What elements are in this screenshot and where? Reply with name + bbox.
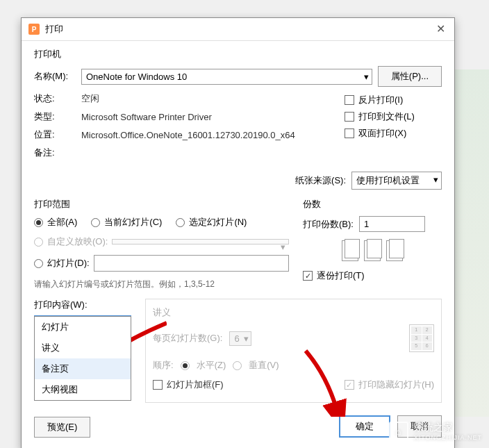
range-selected-radio[interactable] [176, 218, 185, 227]
order-horizontal-label: 水平(Z) [197, 359, 226, 372]
watermark-name: 系统之家 [414, 422, 453, 433]
custom-show-select [112, 239, 289, 244]
hidden-label: 打印隐藏幻灯片(H) [358, 379, 434, 391]
app-icon: P [28, 24, 40, 35]
print-to-file-checkbox[interactable] [345, 112, 354, 122]
dropdown-item-outline[interactable]: 大纲视图 [35, 379, 131, 400]
layout-preview-icon: 123456 [409, 324, 434, 352]
range-slides-label: 幻灯片(D): [47, 257, 90, 269]
range-hint: 请输入幻灯片编号或幻灯片范围。例如，1,3,5-12 [34, 279, 289, 290]
print-content-dropdown: 幻灯片 讲义 备注页 大纲视图 [34, 316, 131, 401]
watermark-url: XITONGZHIJIA.NET [414, 434, 482, 441]
hidden-checkbox [345, 380, 354, 390]
name-label: 名称(M): [34, 70, 76, 83]
dialog-title: 打印 [45, 23, 63, 35]
order-horizontal-radio [181, 361, 190, 370]
printer-section-label: 打印机 [34, 48, 442, 60]
range-custom-label: 自定义放映(O): [47, 235, 108, 248]
copies-title: 份数 [303, 198, 442, 210]
properties-button[interactable]: 属性(P)... [378, 66, 442, 87]
duplex-label: 双面打印(X) [358, 127, 406, 140]
close-icon[interactable]: ✕ [433, 22, 447, 36]
dropdown-item-slides[interactable]: 幻灯片 [35, 317, 131, 338]
frame-label: 幻灯片加框(F) [167, 379, 224, 391]
range-title: 打印范围 [34, 198, 289, 210]
print-content-label: 打印内容(W): [34, 299, 131, 311]
order-vertical-label: 垂直(V) [249, 359, 279, 372]
range-custom-radio [34, 238, 43, 247]
copies-input[interactable] [359, 216, 425, 232]
order-vertical-radio [233, 361, 242, 370]
frame-checkbox[interactable] [153, 380, 163, 390]
copies-count-label: 打印份数(B): [303, 218, 354, 231]
handout-panel: 讲义 每页幻灯片数(G): 6 123456 顺序: 水平(Z) 垂直(V) 幻… [145, 299, 442, 403]
duplex-checkbox[interactable] [345, 128, 354, 138]
per-page-select: 6 [229, 331, 251, 346]
order-label: 顺序: [153, 359, 174, 372]
dropdown-item-notes[interactable]: 备注页 [35, 358, 131, 379]
paper-source-select[interactable]: 使用打印机设置 [351, 172, 442, 190]
watermark: ⌂ 系统之家 XITONGZHIJIA.NET [389, 422, 482, 441]
range-all-radio[interactable] [34, 218, 43, 227]
type-value: Microsoft Software Printer Driver [81, 112, 338, 122]
range-selected-label: 选定幻灯片(N) [189, 216, 247, 229]
source-label: 纸张来源(S): [295, 174, 346, 187]
watermark-logo-icon: ⌂ [389, 422, 408, 441]
status-value: 空闲 [81, 92, 338, 105]
range-current-radio[interactable] [91, 218, 100, 227]
range-slides-radio[interactable] [34, 259, 43, 268]
titlebar: P 打印 ✕ [22, 18, 454, 41]
printer-select[interactable]: OneNote for Windows 10 [81, 69, 372, 85]
reverse-print-checkbox[interactable] [345, 95, 354, 105]
slides-input[interactable] [94, 255, 289, 272]
collate-preview-icon [303, 240, 442, 261]
type-label: 类型: [34, 110, 76, 123]
dropdown-item-handout[interactable]: 讲义 [35, 338, 131, 358]
collate-label: 逐份打印(T) [317, 269, 365, 282]
reverse-print-label: 反片打印(I) [358, 94, 403, 106]
note-label: 备注: [34, 147, 76, 159]
location-value: Microsoft.Office.OneNote_16001.12730.201… [81, 130, 338, 140]
ok-button[interactable]: 确定 [339, 415, 390, 438]
range-all-label: 全部(A) [47, 216, 77, 229]
print-to-file-label: 打印到文件(L) [358, 110, 415, 123]
location-label: 位置: [34, 128, 76, 141]
print-dialog: P 打印 ✕ 打印机 名称(M): OneNote for Windows 10… [21, 17, 455, 448]
preview-button[interactable]: 预览(E) [34, 417, 90, 438]
range-current-label: 当前幻灯片(C) [104, 216, 162, 229]
per-page-label: 每页幻灯片数(G): [153, 332, 222, 345]
handout-title: 讲义 [153, 306, 434, 319]
collate-checkbox[interactable] [303, 271, 313, 281]
status-label: 状态: [34, 92, 76, 105]
